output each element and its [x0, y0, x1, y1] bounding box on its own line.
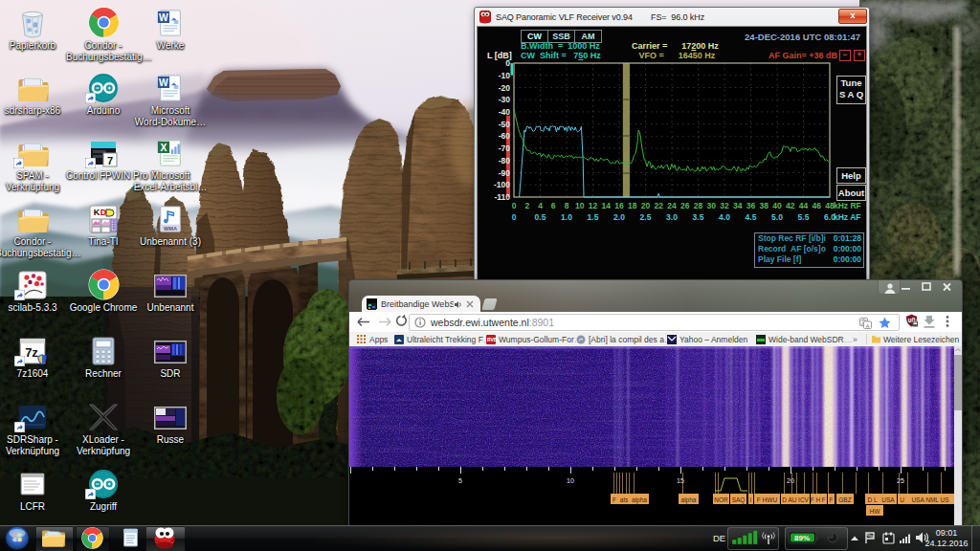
svg-text:-10: -10 [499, 71, 511, 80]
svg-text:2.0: 2.0 [613, 212, 625, 222]
svg-text:-20: -20 [499, 83, 511, 93]
svg-text:F H: F H [811, 496, 821, 503]
svg-text:10: 10 [567, 477, 574, 484]
svg-text:F HWU: F HWU [757, 496, 778, 503]
svg-text:18: 18 [628, 201, 637, 210]
svg-text:20: 20 [787, 477, 794, 484]
svg-text:5: 5 [458, 477, 462, 484]
svg-text:28: 28 [694, 201, 703, 210]
svg-text:12: 12 [589, 201, 598, 210]
svg-text:6: 6 [551, 201, 556, 210]
svg-text:14: 14 [601, 201, 611, 210]
svg-text:F: F [822, 496, 826, 503]
svg-text:0: 0 [512, 201, 517, 210]
svg-text:D: D [782, 496, 787, 503]
svg-text:38: 38 [759, 201, 768, 210]
svg-text:36: 36 [746, 201, 756, 210]
svg-text:-100: -100 [494, 180, 510, 189]
svg-text:D L: D L [867, 496, 878, 503]
svg-text:25: 25 [897, 477, 904, 484]
svg-text:F: F [612, 496, 616, 503]
svg-text:USA NML US: USA NML US [911, 496, 949, 503]
svg-text:89%: 89% [794, 534, 810, 542]
svg-text:2.5: 2.5 [640, 212, 652, 222]
svg-text:-110: -110 [494, 192, 510, 202]
svg-text:20: 20 [641, 201, 651, 210]
svg-text:-30: -30 [499, 95, 511, 104]
svg-text:22: 22 [654, 201, 663, 210]
svg-text:2: 2 [524, 201, 529, 210]
svg-text:ICV: ICV [798, 496, 810, 503]
svg-text:15: 15 [677, 477, 684, 484]
svg-text:10: 10 [575, 201, 585, 210]
svg-text:-40: -40 [499, 107, 511, 117]
svg-text:0.5: 0.5 [535, 212, 546, 222]
svg-text:3.0: 3.0 [666, 212, 678, 222]
svg-text:5.0: 5.0 [771, 212, 783, 222]
svg-text:kHz RF: kHz RF [834, 201, 861, 210]
svg-text:4.0: 4.0 [719, 212, 730, 222]
svg-text:-80: -80 [499, 156, 511, 165]
svg-text:42: 42 [786, 201, 795, 210]
svg-text:44: 44 [799, 201, 809, 210]
svg-text:-90: -90 [499, 168, 511, 178]
svg-text:-50: -50 [499, 120, 511, 129]
svg-text:als: als [620, 496, 629, 503]
svg-text:4: 4 [538, 201, 543, 210]
svg-text:1.5: 1.5 [588, 212, 599, 222]
svg-text:alpha: alpha [681, 496, 697, 504]
svg-text:NOR: NOR [714, 496, 728, 503]
svg-text:24: 24 [667, 201, 677, 210]
svg-text:A: A [865, 322, 869, 328]
svg-text:I: I [750, 496, 752, 503]
svg-text:40: 40 [772, 201, 782, 210]
svg-text:0: 0 [512, 212, 517, 222]
svg-text:26: 26 [680, 201, 690, 210]
svg-text:USA: USA [881, 496, 895, 503]
svg-text:3.5: 3.5 [693, 212, 704, 222]
svg-text:SAQ: SAQ [732, 496, 746, 504]
svg-text:alpha: alpha [632, 496, 647, 504]
svg-text:-70: -70 [499, 143, 511, 153]
svg-text:kHz AF: kHz AF [834, 212, 861, 222]
svg-text:1.0: 1.0 [561, 212, 572, 222]
svg-text:46: 46 [812, 201, 821, 210]
svg-text:F: F [830, 496, 834, 503]
svg-text:32: 32 [720, 201, 729, 210]
svg-text:GBZ: GBZ [838, 496, 851, 503]
svg-text:-60: -60 [499, 131, 511, 141]
svg-text:8: 8 [565, 201, 569, 210]
svg-text:16: 16 [614, 201, 624, 210]
svg-text:HW: HW [870, 508, 881, 515]
svg-text:34: 34 [733, 201, 743, 210]
svg-text:5.5: 5.5 [798, 212, 810, 222]
svg-text:U: U [900, 496, 904, 503]
svg-text:30: 30 [706, 201, 716, 210]
svg-text:4.5: 4.5 [746, 212, 757, 222]
svg-text:AU: AU [788, 496, 796, 503]
